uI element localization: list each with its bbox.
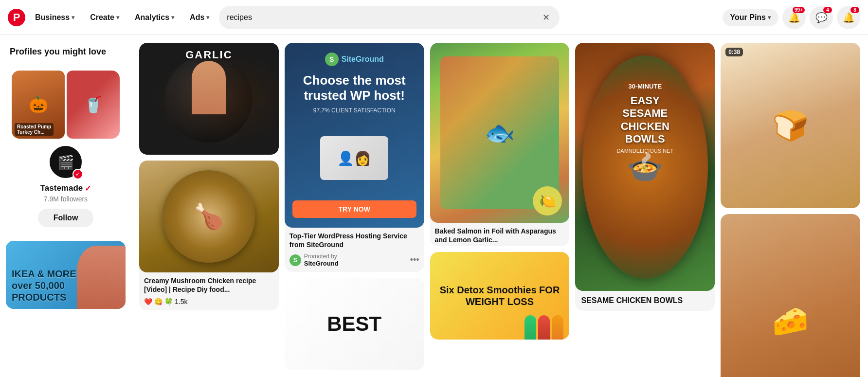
sidebar: Profiles you might love 🎃 Roasted PumpTu… bbox=[0, 35, 131, 377]
sidebar-ikea-card[interactable]: IKEA & MORE over 50,000 PRODUCTS bbox=[6, 241, 126, 309]
garlic-label: GARLIC bbox=[139, 49, 279, 61]
nav-business-label: Business bbox=[35, 13, 70, 22]
pin-tiktok[interactable]: 1:04 🧀 TikTok ❤️😋😲 124 bbox=[721, 214, 860, 377]
siteground-source-icon: S bbox=[289, 254, 301, 266]
pin-sesame[interactable]: 🍲 30-MINUTE EASY SESAME CHICKEN BOWLS DA… bbox=[575, 43, 715, 311]
sesame-site-label: DAMNDELICIOUS.NET bbox=[610, 147, 680, 153]
profile-verified-icon: ✓ bbox=[85, 184, 91, 193]
nav-business[interactable]: Business ▾ bbox=[29, 9, 80, 26]
siteground-title: Top-Tier WordPress Hosting Service from … bbox=[285, 228, 424, 251]
pin-best[interactable]: BEST bbox=[285, 278, 424, 370]
bell-badge: 99+ bbox=[793, 7, 805, 13]
sidebar-title: Profiles you might love bbox=[6, 47, 126, 57]
sesame-title: SESAME CHICKEN BOWLS bbox=[575, 291, 715, 311]
siteground-sub: 97.7% CLIENT SATISFACTION bbox=[313, 107, 396, 114]
profile-preview-right: 🥤 bbox=[67, 71, 120, 139]
search-clear-button[interactable]: ✕ bbox=[541, 10, 552, 25]
profile-preview-left-caption: Roasted PumpTurkey Ch... bbox=[15, 123, 54, 136]
message-badge: 4 bbox=[823, 7, 832, 13]
your-pins-label: Your Pins bbox=[730, 13, 766, 22]
ads-chevron-icon: ▾ bbox=[206, 14, 209, 21]
mushroom-chicken-reactions: ❤️😋🍀 1.5k bbox=[139, 296, 279, 310]
sidebar-ikea-text: IKEA & MORE over 50,000 PRODUCTS bbox=[12, 268, 76, 303]
nav-analytics[interactable]: Analytics ▾ bbox=[129, 9, 180, 26]
analytics-chevron-icon: ▾ bbox=[171, 14, 174, 21]
siteground-headline: Choose the most trusted WP host! bbox=[292, 73, 416, 103]
main-content: Profiles you might love 🎃 Roasted PumpTu… bbox=[0, 35, 868, 377]
user-badge: 8 bbox=[850, 7, 859, 13]
profile-preview-images: 🎃 Roasted PumpTurkey Ch... 🥤 bbox=[12, 71, 120, 139]
nav-ads[interactable]: Ads ▾ bbox=[184, 9, 215, 26]
pin-grid: ⚫ GARLIC 🍗 Creamy Mushroom Chicken recip… bbox=[131, 35, 868, 377]
search-input[interactable] bbox=[227, 13, 541, 22]
navbar: P Business ▾ Create ▾ Analytics ▾ Ads ▾ … bbox=[0, 0, 868, 35]
notifications-message-button[interactable]: 💬 4 bbox=[810, 6, 833, 29]
nav-create[interactable]: Create ▾ bbox=[84, 9, 125, 26]
siteground-footer: S Promoted by SiteGround ••• bbox=[285, 251, 424, 272]
pin-smoothie[interactable]: Six Detox Smoothies FOR WEIGHT LOSS bbox=[430, 252, 570, 340]
profile-preview-left: 🎃 Roasted PumpTurkey Ch... bbox=[12, 71, 65, 139]
nav-ads-label: Ads bbox=[190, 13, 204, 22]
sesame-big-label: EASY SESAME CHICKEN BOWLS bbox=[610, 94, 680, 146]
nav-right: Your Pins ▾ 🔔 99+ 💬 4 🔔 8 bbox=[723, 6, 861, 29]
promoted-label: Promoted by bbox=[304, 253, 407, 260]
search-bar: ✕ bbox=[219, 6, 560, 29]
smoothie-headline: Six Detox Smoothies FOR WEIGHT LOSS bbox=[438, 284, 562, 307]
pin-siteground[interactable]: S SiteGround Choose the most trusted WP … bbox=[285, 43, 424, 272]
profile-card: 🎃 Roasted PumpTurkey Ch... 🥤 🎬 ✓ Tastema… bbox=[6, 65, 126, 233]
pin-bread[interactable]: 0:38 🍞 bbox=[721, 43, 860, 208]
sesame-min-label: 30-MINUTE bbox=[623, 81, 667, 91]
profile-avatar-wrap: 🎬 ✓ bbox=[48, 144, 83, 180]
pin-salmon[interactable]: 🐟 🍋 Baked Salmon in Foil with Asparagus … bbox=[430, 43, 570, 246]
create-chevron-icon: ▾ bbox=[116, 14, 119, 21]
salmon-title: Baked Salmon in Foil with Asparagus and … bbox=[430, 223, 570, 246]
pinterest-logo[interactable]: P bbox=[8, 9, 25, 26]
verified-badge: ✓ bbox=[72, 169, 83, 180]
mushroom-chicken-title: Creamy Mushroom Chicken recipe [Video] |… bbox=[139, 272, 279, 296]
siteground-try-now-button[interactable]: TRY NOW bbox=[292, 200, 416, 218]
your-pins-chevron-icon: ▾ bbox=[768, 14, 771, 21]
your-pins-button[interactable]: Your Pins ▾ bbox=[723, 9, 779, 26]
notifications-user-button[interactable]: 🔔 8 bbox=[837, 6, 860, 29]
pin-mushroom-chicken[interactable]: 🍗 Creamy Mushroom Chicken recipe [Video]… bbox=[139, 161, 279, 310]
siteground-source-name: SiteGround bbox=[304, 260, 407, 267]
nav-analytics-label: Analytics bbox=[135, 13, 169, 22]
pin-garlic[interactable]: ⚫ GARLIC bbox=[139, 43, 279, 155]
profile-followers: 7.9M followers bbox=[44, 195, 88, 203]
business-chevron-icon: ▾ bbox=[72, 14, 74, 21]
pin-more-button[interactable]: ••• bbox=[410, 255, 419, 265]
nav-create-label: Create bbox=[90, 13, 114, 22]
follow-button[interactable]: Follow bbox=[38, 209, 94, 227]
profile-name: Tastemade ✓ bbox=[40, 183, 91, 193]
bread-duration: 0:38 bbox=[725, 48, 743, 56]
notifications-bell-button[interactable]: 🔔 99+ bbox=[782, 6, 806, 29]
